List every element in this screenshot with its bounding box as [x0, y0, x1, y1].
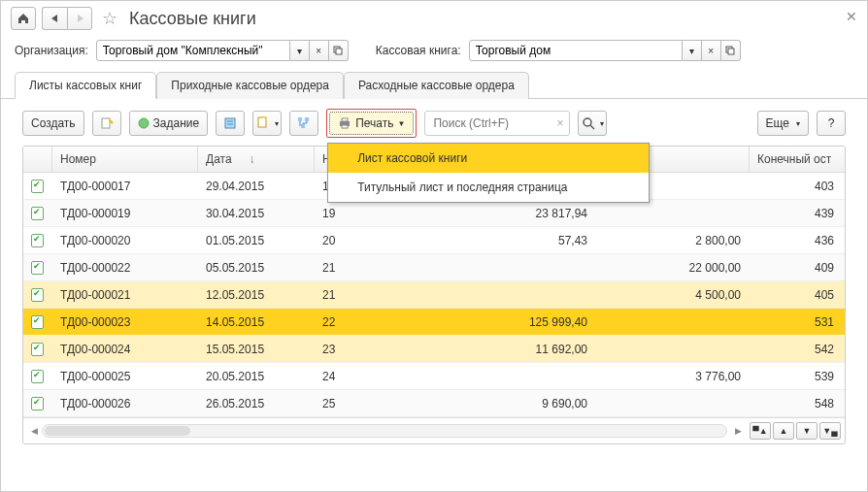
search-input[interactable] [431, 115, 552, 131]
svg-rect-11 [305, 117, 309, 121]
tree-button[interactable] [289, 111, 318, 136]
tab-sheets[interactable]: Листы кассовых книг [15, 72, 156, 99]
chevron-down-icon: ▼ [398, 119, 406, 128]
cell-sheet: 20 [315, 234, 441, 247]
col-end-balance[interactable]: Конечный ост [750, 147, 845, 172]
scroll-bottom-button[interactable]: ▼▄ [819, 422, 841, 440]
cell-sheet: 19 [315, 207, 441, 220]
org-dropdown-button[interactable]: ▾ [290, 40, 310, 61]
table-row[interactable]: ТД00-00001930.04.20151923 817,94439 [23, 200, 845, 227]
cell-date: 05.05.2015 [198, 261, 315, 275]
cell-end: 436 [750, 234, 845, 247]
table-row[interactable]: ТД00-00002205.05.20152122 000,00409 [23, 254, 845, 281]
svg-line-17 [590, 125, 594, 129]
table-row[interactable]: ТД00-00002520.05.2015243 776,00539 [23, 363, 845, 390]
cell-number: ТД00-000017 [52, 180, 198, 193]
cell-date: 26.05.2015 [198, 397, 315, 410]
svg-rect-14 [342, 118, 348, 121]
forward-button[interactable] [67, 7, 92, 30]
search-clear-icon[interactable]: × [556, 116, 563, 130]
cell-number: ТД00-000020 [52, 234, 198, 247]
cell-sheet: 21 [315, 261, 441, 275]
svg-rect-6 [225, 118, 235, 128]
svg-point-16 [584, 118, 591, 126]
home-button[interactable] [11, 7, 36, 30]
cell-sheet: 24 [315, 370, 441, 383]
horizontal-scrollbar[interactable] [42, 424, 727, 438]
scroll-up-button[interactable]: ▲ [773, 422, 794, 440]
cell-date: 14.05.2015 [198, 315, 315, 329]
cell-income: 23 817,94 [441, 207, 596, 220]
col-date[interactable]: Дата↓ [198, 147, 315, 172]
printer-icon [338, 117, 351, 129]
cell-income: 57,43 [441, 234, 596, 247]
row-status-icon [23, 315, 52, 329]
cell-end: 409 [750, 261, 845, 275]
create-button[interactable]: Создать [22, 111, 84, 136]
search-box[interactable]: × [424, 111, 570, 136]
org-combo-input[interactable] [96, 40, 290, 61]
task-button[interactable]: Задание [129, 111, 209, 136]
row-status-icon [23, 397, 52, 410]
book-clear-button[interactable]: × [702, 40, 721, 61]
book-open-button[interactable] [721, 40, 741, 61]
table-row[interactable]: ТД00-00002001.05.20152057,432 800,00436 [23, 227, 845, 254]
page-title: Кассовые книги [129, 9, 256, 29]
tab-expense-orders[interactable]: Расходные кассовые ордера [344, 72, 529, 99]
help-button[interactable]: ? [817, 111, 846, 136]
more-button[interactable]: Еще▾ [757, 111, 809, 136]
cell-number: ТД00-000023 [52, 315, 198, 329]
svg-rect-10 [298, 117, 302, 121]
col-number[interactable]: Номер [52, 147, 198, 172]
org-clear-button[interactable]: × [310, 40, 329, 61]
cell-end: 531 [750, 315, 845, 329]
cell-number: ТД00-000021 [52, 288, 198, 302]
row-status-icon [23, 370, 52, 383]
org-open-button[interactable] [329, 40, 349, 61]
svg-rect-15 [342, 125, 348, 128]
print-button[interactable]: Печать ▼ [329, 112, 414, 135]
cell-number: ТД00-000026 [52, 397, 198, 410]
copy-button[interactable] [92, 111, 121, 136]
back-button[interactable] [42, 7, 67, 30]
col-icon[interactable] [23, 147, 52, 172]
cell-date: 12.05.2015 [198, 288, 315, 302]
book-combo-input[interactable] [469, 40, 683, 61]
book-label: Кассовая книга: [376, 44, 461, 57]
menu-item-cashbook-sheet[interactable]: Лист кассовой книги [328, 144, 649, 173]
cell-end: 439 [750, 207, 845, 220]
menu-item-title-last-page[interactable]: Титульный лист и последняя страница [328, 173, 649, 202]
cell-end: 539 [750, 370, 845, 383]
svg-rect-1 [336, 49, 342, 54]
favorite-star-icon[interactable]: ☆ [102, 8, 117, 29]
cell-end: 542 [750, 343, 845, 356]
cell-income: 11 692,00 [441, 343, 596, 356]
search-execute-button[interactable]: ▾ [578, 111, 607, 136]
book-dropdown-button[interactable]: ▾ [683, 40, 702, 61]
doc-dropdown-button[interactable]: ▾ [252, 111, 282, 136]
cell-sheet: 23 [315, 343, 441, 356]
cell-number: ТД00-000022 [52, 261, 198, 275]
cell-end: 405 [750, 288, 845, 302]
print-dropdown-menu: Лист кассовой книги Титульный лист и пос… [327, 143, 650, 203]
tab-income-orders[interactable]: Приходные кассовые ордера [156, 72, 344, 99]
row-status-icon [23, 207, 52, 220]
cell-sheet: 25 [315, 397, 441, 410]
row-status-icon [23, 343, 52, 356]
close-button[interactable]: ✕ [846, 9, 857, 24]
cell-income: 9 690,00 [441, 397, 596, 410]
table-row[interactable]: ТД00-00002314.05.201522125 999,40531 [23, 309, 845, 336]
cell-end: 403 [750, 180, 845, 193]
scroll-top-button[interactable]: ▀▲ [750, 422, 771, 440]
svg-rect-3 [728, 49, 734, 54]
table-row[interactable]: ТД00-00002112.05.2015214 500,00405 [23, 281, 845, 309]
list-button[interactable] [216, 111, 245, 136]
cell-number: ТД00-000019 [52, 207, 198, 220]
table-row[interactable]: ТД00-00002415.05.20152311 692,00542 [23, 336, 845, 363]
cell-sheet: 22 [315, 315, 441, 329]
row-status-icon [23, 234, 52, 247]
task-icon [138, 117, 150, 129]
scroll-down-button[interactable]: ▼ [796, 422, 818, 440]
cell-outgo: 2 800,00 [596, 234, 750, 247]
table-row[interactable]: ТД00-00002626.05.2015259 690,00548 [23, 390, 845, 417]
